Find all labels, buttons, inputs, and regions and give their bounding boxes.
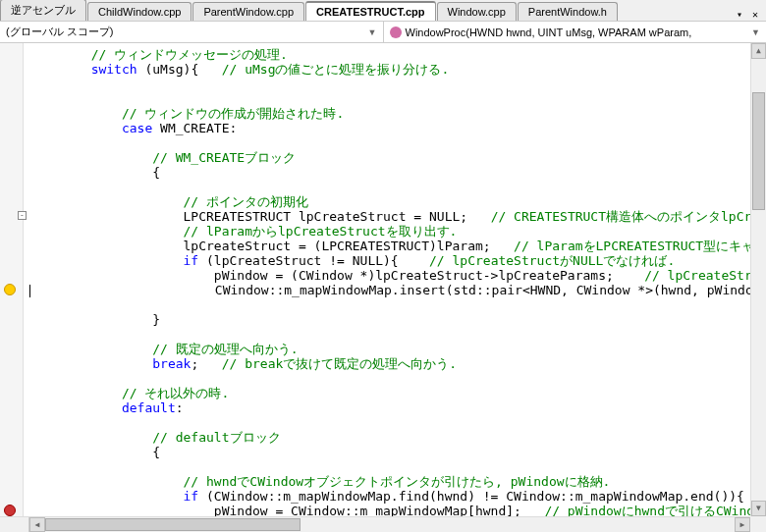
- tab-childwindow-cpp[interactable]: ChildWindow.cpp: [87, 2, 192, 21]
- scroll-thumb[interactable]: [752, 92, 765, 210]
- code-line[interactable]: // WM_CREATEブロック: [29, 150, 766, 165]
- code-line[interactable]: [29, 180, 766, 194]
- code-line[interactable]: // defaultブロック: [29, 430, 766, 445]
- editor: - // ウィンドウメッセージの処理. switch (uMsg){ // uM…: [0, 43, 766, 516]
- tab-controls: ▾ ✕: [733, 7, 766, 21]
- function-icon: [390, 27, 402, 38]
- code-line[interactable]: }: [29, 312, 766, 327]
- tab-parentwindow-cpp[interactable]: ParentWindow.cpp: [192, 2, 304, 21]
- code-line[interactable]: if (CWindow::m_mapWindowMap.find(hwnd) !…: [29, 489, 766, 504]
- scope-dropdown[interactable]: (グローバル スコープ) ▼: [0, 22, 384, 42]
- splitter-handle[interactable]: [0, 517, 29, 532]
- code-line[interactable]: CWindow::m_mapWindowMap.insert(std::pair…: [29, 283, 766, 297]
- code-line[interactable]: if (lpCreateStruct != NULL){ // lpCreate…: [29, 253, 766, 268]
- horizontal-scrollbar[interactable]: ◀ ▶: [0, 516, 750, 532]
- code-line[interactable]: [29, 371, 766, 386]
- code-line[interactable]: case WM_CREATE:: [29, 121, 766, 135]
- code-line[interactable]: {: [29, 445, 766, 459]
- scroll-left-icon[interactable]: ◀: [29, 517, 45, 532]
- scroll-corner: [750, 516, 766, 532]
- tab-parentwindow-h[interactable]: ParentWindow.h: [518, 2, 618, 21]
- code-line[interactable]: [29, 459, 766, 474]
- tab-createstruct-cpp[interactable]: CREATESTRUCT.cpp: [305, 1, 435, 21]
- code-line[interactable]: [29, 91, 766, 106]
- chevron-down-icon: ▼: [368, 27, 377, 37]
- code-line[interactable]: // hwndでCWindowオブジェクトポインタが引けたら, pWindowに…: [29, 474, 766, 489]
- tab-bar: 逆アセンブル ChildWindow.cpp ParentWindow.cpp …: [0, 0, 766, 22]
- scroll-track[interactable]: [45, 517, 735, 532]
- code-line[interactable]: [29, 415, 766, 430]
- code-line[interactable]: [29, 327, 766, 342]
- code-area[interactable]: // ウィンドウメッセージの処理. switch (uMsg){ // uMsg…: [24, 43, 766, 516]
- code-line[interactable]: // それ以外の時.: [29, 386, 766, 400]
- scope-bar: (グローバル スコープ) ▼ WindowProc(HWND hwnd, UIN…: [0, 22, 766, 43]
- code-line[interactable]: pWindow = CWindow::m_mapWindowMap[hwnd];…: [29, 504, 766, 516]
- code-line[interactable]: [29, 297, 766, 312]
- scroll-right-icon[interactable]: ▶: [735, 517, 750, 532]
- scroll-down-icon[interactable]: ▼: [751, 501, 766, 516]
- scroll-up-icon[interactable]: ▲: [751, 43, 766, 59]
- close-icon[interactable]: ✕: [748, 7, 762, 21]
- code-line[interactable]: // ウィンドウの作成が開始された時.: [29, 106, 766, 121]
- tab-disassembly[interactable]: 逆アセンブル: [0, 0, 86, 21]
- code-line[interactable]: break; // breakで抜けて既定の処理へ向かう.: [29, 356, 766, 371]
- code-line[interactable]: // ウィンドウメッセージの処理.: [29, 47, 766, 62]
- code-line[interactable]: default:: [29, 400, 766, 415]
- code-line[interactable]: pWindow = (CWindow *)lpCreateStruct->lpC…: [29, 268, 766, 283]
- code-line[interactable]: // lParamからlpCreateStructを取り出す.: [29, 224, 766, 239]
- code-line[interactable]: // ポインタの初期化: [29, 194, 766, 209]
- tab-overflow-icon[interactable]: ▾: [733, 7, 746, 21]
- chevron-down-icon: ▼: [751, 27, 760, 37]
- code-line[interactable]: [29, 77, 766, 91]
- execution-pointer-icon[interactable]: [4, 284, 16, 295]
- function-label: WindowProc(HWND hwnd, UINT uMsg, WPARAM …: [406, 27, 692, 38]
- code-line[interactable]: switch (uMsg){ // uMsgの値ごとに処理を振り分ける.: [29, 62, 766, 77]
- code-line[interactable]: lpCreateStruct = (LPCREATESTRUCT)lParam;…: [29, 239, 766, 253]
- scroll-thumb[interactable]: [45, 518, 301, 531]
- gutter[interactable]: -: [0, 43, 24, 516]
- function-dropdown[interactable]: WindowProc(HWND hwnd, UINT uMsg, WPARAM …: [384, 22, 767, 42]
- code-line[interactable]: // 既定の処理へ向かう.: [29, 342, 766, 356]
- tab-window-cpp[interactable]: Window.cpp: [437, 2, 517, 21]
- code-line[interactable]: {: [29, 165, 766, 180]
- code-line[interactable]: [29, 135, 766, 150]
- vertical-scrollbar[interactable]: ▲ ▼: [750, 43, 766, 516]
- code-line[interactable]: LPCREATESTRUCT lpCreateStruct = NULL; //…: [29, 209, 766, 224]
- breakpoint-icon[interactable]: [4, 505, 16, 516]
- scope-label: (グローバル スコープ): [6, 25, 113, 39]
